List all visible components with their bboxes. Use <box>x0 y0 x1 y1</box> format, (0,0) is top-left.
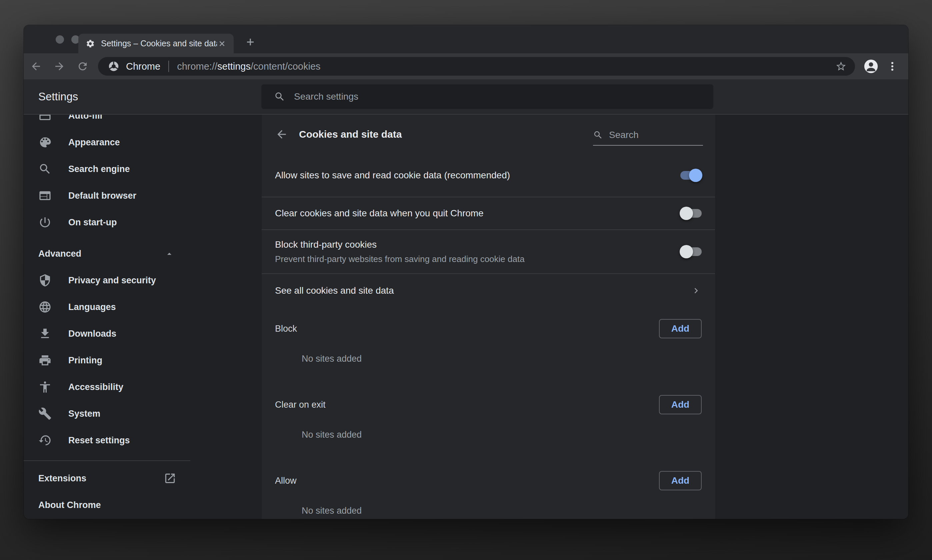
globe-icon <box>38 300 52 314</box>
page-title: Settings <box>38 79 78 114</box>
allow-empty-text: No sites added <box>261 497 715 519</box>
close-window-button[interactable] <box>56 35 64 44</box>
autofill-icon <box>38 115 52 122</box>
search-icon <box>593 130 603 140</box>
palette-icon <box>38 136 52 149</box>
search-underline <box>593 145 703 146</box>
toggle-thumb <box>680 207 693 220</box>
advanced-label: Advanced <box>38 249 82 259</box>
toggle-thumb <box>689 169 702 182</box>
allow-add-button[interactable]: Add <box>659 471 702 490</box>
settings-search-input[interactable] <box>294 91 703 102</box>
sidebar-item-label: Auto-fill <box>68 115 102 121</box>
clear-on-exit-add-button[interactable]: Add <box>659 395 702 414</box>
download-icon <box>38 327 52 340</box>
sidebar-item-accessibility[interactable]: Accessibility <box>24 374 261 400</box>
browser-window: Settings – Cookies and site data <box>24 25 908 519</box>
shield-icon <box>38 274 52 287</box>
sidebar-item-printing[interactable]: Printing <box>24 347 261 374</box>
back-arrow-icon[interactable] <box>275 128 288 141</box>
toggle-row-description: Prevent third-party websites from saving… <box>275 253 667 265</box>
section-label: Allow <box>275 476 659 486</box>
link-row-label: See all cookies and site data <box>275 285 691 296</box>
toggle-row-label: Allow sites to save and read cookie data… <box>275 169 667 182</box>
active-tab[interactable]: Settings – Cookies and site data <box>78 34 234 53</box>
gear-icon <box>86 39 95 48</box>
sidebar-item-languages[interactable]: Languages <box>24 294 261 320</box>
toggle-row-label: Block third-party cookies <box>275 238 667 251</box>
open-in-new-icon <box>164 472 176 485</box>
sidebar-item-on-startup[interactable]: On start-up <box>24 209 261 236</box>
settings-search-field[interactable] <box>261 84 713 109</box>
card-header: Cookies and site data <box>261 115 715 154</box>
sidebar-item-downloads[interactable]: Downloads <box>24 320 261 347</box>
search-icon <box>274 91 285 102</box>
address-bar[interactable]: Chrome chrome://settings/content/cookies <box>98 57 855 76</box>
section-label: Block <box>275 324 659 334</box>
kebab-menu-icon[interactable] <box>886 59 898 74</box>
forward-arrow-icon[interactable] <box>53 60 66 73</box>
cookies-settings-card: Cookies and site data Allow sites to sav… <box>261 115 715 519</box>
wrench-icon <box>38 407 52 420</box>
block-section-header: Block Add <box>261 312 715 345</box>
section-label: Clear on exit <box>275 400 659 410</box>
tab-strip: Settings – Cookies and site data <box>24 25 908 53</box>
sidebar-divider <box>24 460 190 461</box>
allow-section-header: Allow Add <box>261 464 715 497</box>
search-icon <box>38 162 52 176</box>
clear-on-quit-toggle[interactable] <box>680 209 702 218</box>
close-icon[interactable] <box>217 38 227 49</box>
allow-cookies-toggle[interactable] <box>680 171 702 180</box>
navigation-toolbar: Chrome chrome://settings/content/cookies <box>24 53 908 79</box>
toggle-thumb <box>680 245 693 258</box>
clear-on-exit-section-header: Clear on exit Add <box>261 388 715 422</box>
about-chrome-label: About Chrome <box>38 500 101 510</box>
block-add-button[interactable]: Add <box>659 319 702 338</box>
sidebar-item-system[interactable]: System <box>24 400 261 427</box>
block-empty-text: No sites added <box>261 345 715 372</box>
sidebar-item-privacy[interactable]: Privacy and security <box>24 267 261 294</box>
sidebar-item-search-engine[interactable]: Search engine <box>24 156 261 182</box>
sidebar-item-default-browser[interactable]: Default browser <box>24 182 261 209</box>
history-icon <box>38 434 52 447</box>
settings-sidebar: Auto-fill Appearance Search engine Defau… <box>24 115 261 519</box>
accessibility-icon <box>38 380 52 394</box>
back-arrow-icon[interactable] <box>29 60 43 73</box>
sidebar-item-autofill[interactable]: Auto-fill <box>24 115 261 129</box>
sidebar-item-label: Printing <box>68 355 102 366</box>
toggle-row-clear-on-quit: Clear cookies and site data when you qui… <box>261 197 715 230</box>
avatar-icon[interactable] <box>864 59 878 74</box>
sidebar-item-extensions[interactable]: Extensions <box>24 465 261 492</box>
toggle-row-label: Clear cookies and site data when you qui… <box>275 207 667 220</box>
caret-up-icon <box>165 249 174 259</box>
omnibox-divider <box>168 61 169 72</box>
extensions-label: Extensions <box>38 473 86 484</box>
clear-on-exit-empty-text: No sites added <box>261 422 715 448</box>
sidebar-advanced-toggle[interactable]: Advanced <box>24 240 261 267</box>
sidebar-item-label: Search engine <box>68 164 130 174</box>
sidebar-item-about-chrome[interactable]: About Chrome <box>24 492 261 518</box>
block-third-party-toggle[interactable] <box>680 247 702 256</box>
see-all-cookies-row[interactable]: See all cookies and site data <box>261 274 715 307</box>
chevron-right-icon <box>691 285 702 296</box>
settings-header: Settings <box>24 79 908 115</box>
plus-icon[interactable] <box>243 35 258 49</box>
sidebar-item-reset-settings[interactable]: Reset settings <box>24 427 261 454</box>
star-icon[interactable] <box>834 60 847 73</box>
printer-icon <box>38 354 52 367</box>
sidebar-item-label: Privacy and security <box>68 275 156 286</box>
sidebar-item-label: On start-up <box>68 217 117 228</box>
toggle-row-allow-cookies: Allow sites to save and read cookie data… <box>261 154 715 197</box>
sidebar-item-label: Downloads <box>68 329 116 339</box>
card-search-input[interactable] <box>609 130 689 140</box>
sidebar-item-appearance[interactable]: Appearance <box>24 129 261 156</box>
sidebar-item-label: Accessibility <box>68 382 123 392</box>
settings-body: Auto-fill Appearance Search engine Defau… <box>24 115 908 519</box>
reload-icon[interactable] <box>76 60 89 73</box>
sidebar-item-label: Reset settings <box>68 435 130 446</box>
tab-title: Settings – Cookies and site data <box>101 38 217 48</box>
card-search-field[interactable] <box>593 123 703 146</box>
chrome-logo-icon <box>108 61 119 72</box>
power-icon <box>38 216 52 229</box>
page-url: chrome://settings/content/cookies <box>177 61 320 72</box>
